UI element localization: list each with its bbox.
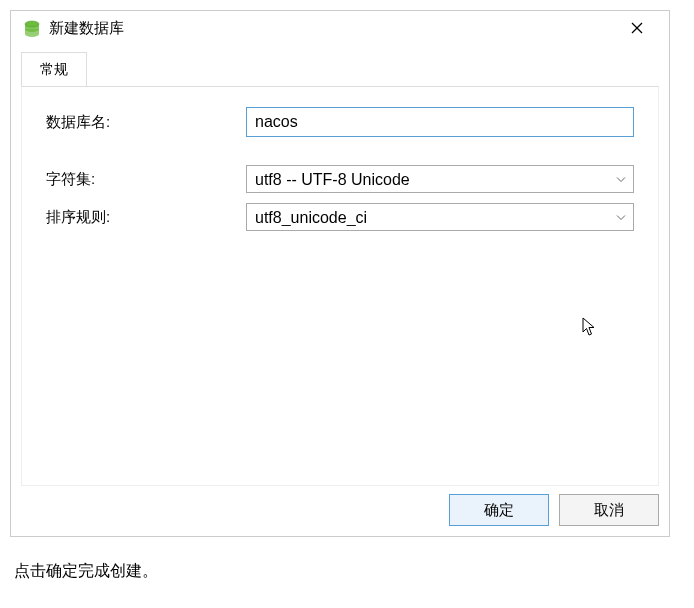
row-collation: 排序规则: utf8_unicode_ci [46,203,634,231]
database-icon [23,20,41,38]
label-charset: 字符集: [46,170,246,189]
dialog-title: 新建数据库 [49,19,617,38]
close-button[interactable] [617,20,657,38]
button-bar: 确定 取消 [11,486,669,536]
caption-text: 点击确定完成创建。 [14,561,684,582]
charset-select[interactable]: utf8 -- UTF-8 Unicode [246,165,634,193]
title-bar: 新建数据库 [11,11,669,46]
label-database-name: 数据库名: [46,113,246,132]
tab-general[interactable]: 常规 [21,52,87,87]
cancel-button[interactable]: 取消 [559,494,659,526]
collation-select-wrap: utf8_unicode_ci [246,203,634,231]
database-name-input[interactable] [246,107,634,137]
new-database-dialog: 新建数据库 常规 数据库名: 字符集: utf8 -- UTF-8 Unicod… [10,10,670,537]
ok-button[interactable]: 确定 [449,494,549,526]
label-collation: 排序规则: [46,208,246,227]
close-icon [631,22,643,34]
charset-select-wrap: utf8 -- UTF-8 Unicode [246,165,634,193]
tab-content-general: 数据库名: 字符集: utf8 -- UTF-8 Unicode 排序规则: [21,86,659,486]
row-database-name: 数据库名: [46,107,634,137]
collation-select[interactable]: utf8_unicode_ci [246,203,634,231]
tab-bar: 常规 [21,52,659,87]
row-charset: 字符集: utf8 -- UTF-8 Unicode [46,165,634,193]
cursor-icon [582,317,598,340]
dialog-body: 常规 数据库名: 字符集: utf8 -- UTF-8 Unicode [11,46,669,486]
